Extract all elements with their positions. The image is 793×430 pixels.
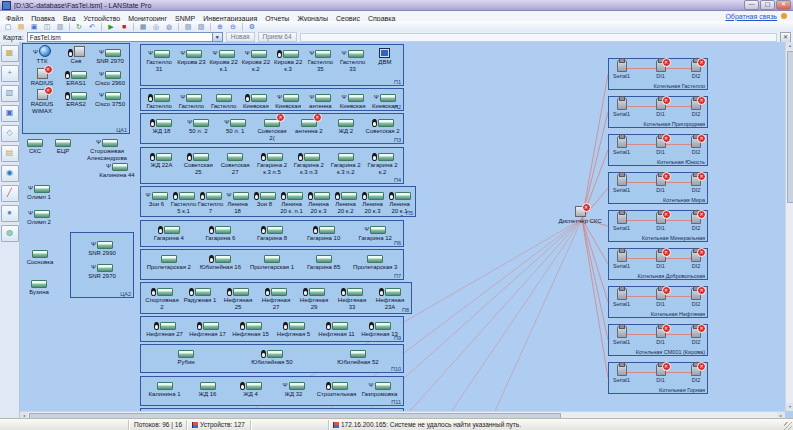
device-node[interactable]: Киевская 18 (240, 91, 272, 111)
port-Serial1[interactable]: Serial1 (613, 61, 630, 81)
boiler-box[interactable]: Serial1✕DI1✕DI2Котельная Юность (608, 134, 708, 166)
device-node[interactable]: Пролетарская 1 (246, 252, 298, 271)
device-node[interactable]: ΨSNR 2970 (87, 261, 117, 280)
device-node[interactable]: ΨСторожевая Александрова (80, 136, 134, 161)
device-node[interactable]: ΨCisco 3750 (93, 89, 127, 114)
resize-grip[interactable] (784, 422, 792, 430)
boiler-box[interactable]: Serial1✕DI1✕DI2Котельная Минеральная (608, 210, 708, 242)
device-node[interactable]: ERAS2 (59, 89, 93, 114)
device-node[interactable]: ЖД 2 (327, 116, 364, 135)
device-node[interactable]: ΨЗои 6 (143, 189, 170, 208)
port-DI2[interactable]: ✕DI2 (691, 327, 701, 347)
device-node[interactable]: ΨКирова 23 (175, 47, 207, 66)
device-node[interactable]: Гагарина 2 к.3 п.3 (290, 150, 327, 175)
device-node[interactable]: Гастелло 5 к.1 (170, 189, 197, 214)
device-node[interactable]: Гастелло 43 (208, 91, 240, 111)
group-box-П11[interactable]: Калинина 1ЖД 16ЖД 4ΨЖД 32СтроительнаяΨГа… (140, 376, 404, 406)
device-node[interactable]: Гагарина 6 (195, 223, 247, 242)
device-node[interactable]: Ψ50 л. 1 (217, 116, 254, 135)
device-node[interactable]: Спортивная 2 (143, 285, 181, 310)
group-box-П5[interactable]: ΨЗои 6Гастелло 5 к.1Гастелло 7ΨЛенина 18… (140, 186, 416, 217)
device-node[interactable]: ✕RADIUS (25, 68, 59, 87)
device-node[interactable]: Ленина 20 к.3 (305, 189, 332, 214)
device-node[interactable]: ЖД 18 (143, 116, 180, 135)
boiler-box[interactable]: Serial1✕DI1✕DI2Котельная Добровольская (608, 248, 708, 280)
device-node[interactable]: Пролетарская 2 (143, 252, 195, 271)
device-node[interactable]: Кирова 22 к.3 (272, 47, 304, 72)
port-Serial1[interactable]: Serial1 (613, 213, 630, 233)
device-node[interactable]: ДВМ (369, 47, 401, 66)
device-node[interactable]: Гагарина 4 (143, 223, 195, 242)
device-node[interactable]: ✕антенна 2 (290, 116, 327, 135)
device-node[interactable]: Советская 2 (364, 116, 401, 135)
device-node[interactable]: Сев (59, 46, 93, 65)
device-node[interactable]: Ленина 20 к. п.1 (278, 189, 305, 214)
device-node[interactable]: Нефтяная 29 (295, 285, 333, 310)
device-node[interactable]: Гагарина 2 к.3 п.5 (254, 150, 291, 175)
device-node[interactable]: Радужная 1 (181, 285, 219, 304)
port-DI2[interactable]: ✕DI2 (691, 251, 701, 271)
device-node[interactable]: ΨЛенина 18 (224, 189, 251, 214)
group-box-П1[interactable]: ΨГастелло 31ΨКирова 23ΨКирова 22 к.1ΨКир… (140, 44, 404, 86)
device-node[interactable]: Гагарина 2 к.2 (364, 150, 401, 175)
device-node[interactable]: Юбилейная 50 (229, 347, 315, 366)
device-node[interactable]: Строительная (315, 379, 358, 398)
device-node[interactable]: Юбилейная 52 (315, 347, 401, 366)
device-node[interactable]: Сосновка (22, 247, 58, 266)
port-Serial1[interactable]: Serial1 (613, 365, 630, 385)
group-box-П7[interactable]: Пролетарская 2Юбилейная 16Пролетарская 1… (140, 249, 404, 280)
device-node[interactable]: Гагарина 10 (298, 223, 350, 242)
port-DI1[interactable]: ✕DI1 (656, 61, 666, 81)
boiler-box[interactable]: Serial1✕DI1✕DI2Котельная Мира (608, 172, 708, 204)
scroll-up-icon[interactable]: ▴ (786, 42, 793, 50)
device-node[interactable]: Гагарина 2 к.3 п.2 (327, 150, 364, 175)
group-box-П6[interactable]: Гагарина 4Гагарина 6Гагарина 8Гагарина 1… (140, 220, 404, 247)
device-node[interactable]: Ленина 20 к.2 (332, 189, 359, 214)
device-node[interactable]: Гастелло 37 (143, 91, 175, 111)
port-DI2[interactable]: ✕DI2 (691, 99, 701, 119)
port-Serial1[interactable]: Serial1 (613, 251, 630, 271)
device-node[interactable]: Нефтяная 33 (333, 285, 371, 310)
device-node[interactable]: СКС (22, 136, 48, 155)
group-box-П10[interactable]: РубинЮбилейная 50Юбилейная 52П10 (140, 344, 404, 373)
device-node[interactable]: ΨГастелло 31 (143, 47, 175, 72)
boiler-box[interactable]: Serial1✕DI1✕DI2Котельная СМ001 (Кирова) (608, 324, 708, 356)
device-node[interactable]: Ψ50 л. 2 (180, 116, 217, 135)
port-DI2[interactable]: ✕DI2 (691, 137, 701, 157)
device-node[interactable]: ΨГастелло 33 (337, 47, 369, 72)
device-node[interactable]: Нефтяная 27 (143, 319, 186, 338)
device-node[interactable]: ΨГазпромовка (358, 379, 401, 398)
port-Serial1[interactable]: Serial1 (613, 289, 630, 309)
device-node[interactable]: Советская 25 (180, 150, 217, 175)
device-node[interactable]: Нефтяная 5 (272, 319, 315, 338)
device-node[interactable]: Ленина 20 к.3 (359, 189, 386, 214)
device-node[interactable]: Нефтяная 11 (315, 319, 358, 338)
group-box-П8[interactable]: Спортивная 2Радужная 1Нефтяная 25Нефтяна… (140, 282, 412, 314)
port-Serial1[interactable]: Serial1 (613, 99, 630, 119)
device-node[interactable]: Нефтяная 17 (186, 319, 229, 338)
device-node[interactable]: ΨКирова 22 к.1 (208, 47, 240, 72)
port-DI1[interactable]: ✕DI1 (656, 137, 666, 157)
device-node[interactable]: ΨКирова 22 к.2 (240, 47, 272, 72)
group-box-ЦА1[interactable]: ΨТТКСевΨSNR 2970✕RADIUSERAS1ΨCisco 2960✕… (22, 43, 130, 134)
device-node[interactable]: ΨОлимп 1 (22, 182, 56, 201)
group-box-П9[interactable]: Нефтяная 27Нефтяная 17Нефтяная 15Нефтяна… (140, 316, 404, 342)
port-DI1[interactable]: ✕DI1 (656, 251, 666, 271)
boiler-box[interactable]: Serial1✕DI1✕DI2Котельная Гастелло (608, 58, 708, 90)
port-DI2[interactable]: ✕DI2 (691, 289, 701, 309)
boiler-box[interactable]: Serial1✕DI1✕DI2Котельная Нефтяная (608, 286, 708, 318)
device-node[interactable]: ERAS1 (59, 68, 93, 87)
group-box-П4[interactable]: ЖД 22АСоветская 25Советская 27Гагарина 2… (140, 147, 404, 184)
device-node[interactable]: ΨГастелло 41 (175, 91, 207, 111)
port-DI1[interactable]: ✕DI1 (656, 175, 666, 195)
device-node[interactable]: ΨГагарина 12 (349, 223, 401, 242)
port-DI2[interactable]: ✕DI2 (691, 213, 701, 233)
device-node[interactable]: Калинина 1 (143, 379, 186, 398)
group-box-П2[interactable]: Гастелло 37ΨГастелло 41Гастелло 43Киевск… (140, 88, 404, 111)
device-node[interactable]: Гагарина 8 (246, 223, 298, 242)
port-DI1[interactable]: ✕DI1 (656, 289, 666, 309)
device-node[interactable]: ЕЦР (50, 136, 76, 155)
scroll-down-icon[interactable]: ▾ (786, 403, 793, 411)
device-node[interactable]: ЖД 22А (143, 150, 180, 169)
device-node[interactable]: ΨКиевская 27 (337, 91, 369, 111)
